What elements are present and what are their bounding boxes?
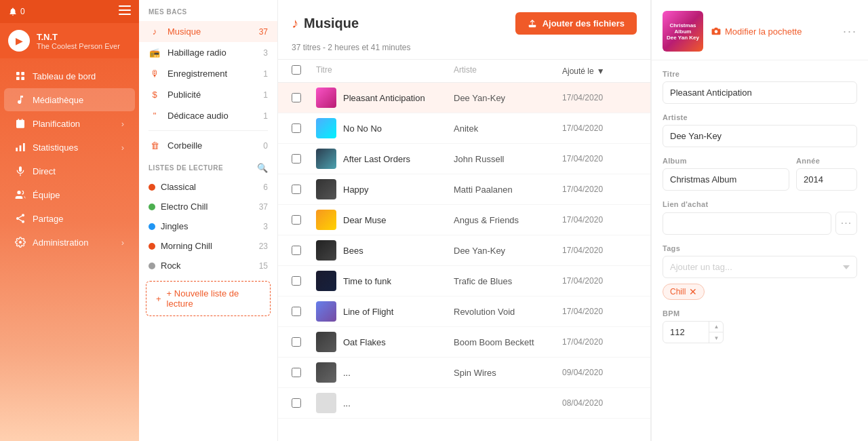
new-playlist-button[interactable]: + + Nouvelle liste de lecture	[146, 281, 271, 316]
lien-more-button[interactable]: ···	[835, 212, 857, 235]
bac-label: Enregistrement	[167, 69, 256, 79]
title-field-group: Titre	[663, 70, 857, 104]
row-checkbox[interactable]	[292, 307, 301, 316]
year-input[interactable]	[796, 168, 857, 191]
bac-item-musique[interactable]: ♪ Musique 37	[139, 21, 277, 42]
track-date: 17/04/2020	[562, 185, 637, 194]
share-icon	[15, 213, 26, 224]
sidebar-item-label: Planification	[33, 119, 80, 129]
sidebar-item-mediatheque[interactable]: Médiathèque	[4, 88, 135, 111]
play-button[interactable]: ▶	[8, 30, 30, 52]
track-artist: Anitek	[454, 123, 562, 134]
row-checkbox[interactable]	[292, 398, 301, 408]
table-header: Titre Artiste Ajouté le ▼	[278, 59, 650, 83]
table-row[interactable]: Time to funk Trafic de Blues 17/04/2020	[278, 266, 650, 296]
svg-rect-1	[119, 9, 131, 11]
now-playing[interactable]: ▶ T.N.T The Coolest Person Ever	[0, 23, 139, 58]
modify-cover-button[interactable]: Modifier la pochette	[711, 26, 802, 37]
table-row[interactable]: Happy Matti Paalanen 17/04/2020	[278, 174, 650, 205]
bac-item-dedicace[interactable]: " Dédicace audio 1	[139, 105, 277, 126]
track-thumbnail	[316, 210, 336, 230]
row-checkbox[interactable]	[292, 185, 301, 194]
artist-field-group: Artiste	[663, 113, 857, 147]
bac-item-publicite[interactable]: $ Publicité 1	[139, 84, 277, 105]
checkbox-header[interactable]	[292, 65, 316, 77]
playlist-item-morning-chill[interactable]: Morning Chill 23	[139, 236, 277, 256]
sidebar-item-direct[interactable]: Direct	[4, 159, 135, 183]
table-row[interactable]: Dear Muse Angus & Friends 17/04/2020	[278, 205, 650, 235]
bpm-field-label: BPM	[663, 309, 857, 318]
add-files-button[interactable]: Ajouter des fichiers	[515, 12, 637, 35]
svg-rect-2	[119, 14, 131, 15]
artist-input[interactable]	[663, 125, 857, 147]
track-date: 17/04/2020	[562, 337, 637, 347]
row-checkbox[interactable]	[292, 368, 301, 377]
row-checkbox[interactable]	[292, 215, 301, 225]
track-artist: Angus & Friends	[454, 215, 562, 225]
table-row[interactable]: Pleasant Anticipation Dee Yan-Key 17/04/…	[278, 83, 650, 113]
album-field-label: Album	[663, 157, 789, 165]
bacs-header: MES BACS	[139, 0, 277, 21]
track-title: Pleasant Anticipation	[343, 93, 425, 103]
table-row[interactable]: After Last Orders John Russell 17/04/202…	[278, 144, 650, 174]
track-date: 17/04/2020	[562, 307, 637, 316]
added-column-header[interactable]: Ajouté le ▼	[562, 65, 637, 77]
playlist-item-classical[interactable]: Classical 6	[139, 177, 277, 197]
table-row[interactable]: Bees Dee Yan-Key 17/04/2020	[278, 235, 650, 266]
row-checkbox[interactable]	[292, 337, 301, 347]
row-checkbox[interactable]	[292, 93, 301, 102]
track-title: Oat Flakes	[343, 337, 386, 347]
track-artist: Dee Yan-Key	[454, 93, 562, 103]
playlist-name: Rock	[161, 261, 254, 271]
table-row[interactable]: ... 08/04/2020	[278, 388, 650, 419]
svg-rect-5	[16, 77, 20, 80]
calendar-icon	[15, 118, 26, 129]
track-date: 17/04/2020	[562, 246, 637, 255]
search-icon[interactable]: 🔍	[257, 163, 268, 173]
sidebar-item-planification[interactable]: Planification ›	[4, 112, 135, 135]
menu-icon[interactable]	[119, 5, 131, 18]
playlist-item-electro-chill[interactable]: Electro Chill 37	[139, 197, 277, 216]
sidebar-item-equipe[interactable]: Équipe	[4, 183, 135, 206]
row-checkbox[interactable]	[292, 154, 301, 164]
sidebar-item-label: Administration	[33, 237, 88, 248]
sidebar-item-dashboard[interactable]: Tableau de bord	[4, 64, 135, 88]
sidebar-item-statistiques[interactable]: Statistiques ›	[4, 136, 135, 159]
table-row[interactable]: Oat Flakes Boom Boom Beckett 17/04/2020	[278, 327, 650, 358]
bac-item-enregistrement[interactable]: 🎙 Enregistrement 1	[139, 63, 277, 84]
track-artist: Spin Wires	[454, 368, 562, 378]
tags-list: Chill ✕	[663, 284, 857, 300]
sidebar-item-administration[interactable]: Administration ›	[4, 231, 135, 254]
sidebar-item-label: Médiathèque	[33, 95, 83, 105]
sidebar-item-partage[interactable]: Partage	[4, 207, 135, 230]
row-checkbox[interactable]	[292, 246, 301, 255]
track-title: ...	[343, 398, 351, 408]
bac-item-corbeille[interactable]: 🗑 Corbeille 0	[139, 135, 277, 156]
lien-field-group: Lien d'achat ···	[663, 200, 857, 235]
bpm-decrement-button[interactable]: ▼	[709, 332, 724, 343]
playlist-item-jingles[interactable]: Jingles 3	[139, 216, 277, 236]
bac-item-habillage[interactable]: 📻 Habillage radio 3	[139, 42, 277, 63]
row-checkbox[interactable]	[292, 276, 301, 286]
tag-remove-button[interactable]: ✕	[689, 286, 697, 297]
notification-badge[interactable]: 0	[8, 7, 25, 16]
svg-rect-14	[19, 166, 22, 172]
select-all-checkbox[interactable]	[292, 65, 301, 75]
track-artist: Matti Paalanen	[454, 185, 562, 195]
title-input[interactable]	[663, 81, 857, 104]
row-checkbox[interactable]	[292, 123, 301, 133]
table-row[interactable]: Line of Flight Revolution Void 17/04/202…	[278, 296, 650, 327]
table-row[interactable]: No No No Anitek 17/04/2020	[278, 113, 650, 144]
lien-input[interactable]	[663, 212, 831, 235]
more-options-button[interactable]: ···	[843, 24, 857, 39]
tags-select[interactable]: Ajouter un tag...	[663, 256, 857, 278]
playlist-item-rock[interactable]: Rock 15	[139, 256, 277, 275]
table-row[interactable]: ... Spin Wires 09/04/2020	[278, 358, 650, 388]
track-title: Happy	[343, 185, 369, 195]
title-field-label: Titre	[663, 70, 857, 78]
track-title: After Last Orders	[343, 154, 410, 164]
bpm-increment-button[interactable]: ▲	[709, 321, 724, 332]
music-note-icon: ♪	[292, 16, 298, 31]
bpm-field-group: BPM ▲ ▼	[663, 309, 857, 343]
album-input[interactable]	[663, 168, 789, 191]
